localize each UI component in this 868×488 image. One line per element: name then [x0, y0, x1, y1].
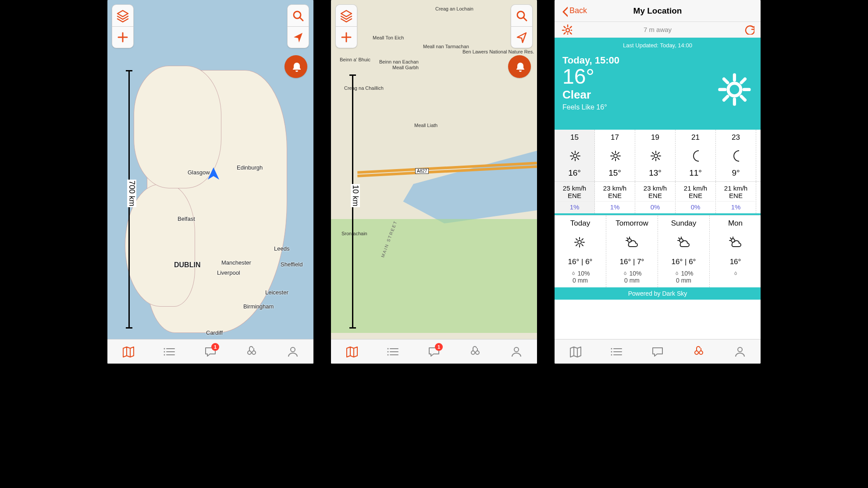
settings-button[interactable] — [561, 23, 572, 36]
refresh-button[interactable] — [743, 23, 754, 36]
label-beinn-eachan: Beinn nan Eachan — [379, 59, 419, 64]
tab-map[interactable] — [342, 342, 361, 361]
hourly-wind[interactable]: 25 km/h ENE 1%23 km/h ENE 1%23 km/h ENE … — [555, 181, 761, 213]
day-hilo: 16° — [711, 258, 759, 266]
layers-button[interactable] — [335, 4, 357, 26]
tab-weather[interactable] — [689, 342, 708, 361]
hour-temp: 11° — [677, 168, 714, 178]
label-meall-garbh: Meall Garbh — [392, 65, 419, 70]
tab-list[interactable] — [607, 342, 626, 361]
tab-messages[interactable]: 1 — [424, 342, 444, 361]
hour-cell[interactable]: 15 16° — [555, 130, 595, 181]
tab-list[interactable] — [160, 342, 179, 361]
tab-profile[interactable] — [730, 342, 750, 361]
tab-profile[interactable] — [507, 342, 526, 361]
city-liverpool: Liverpool — [217, 269, 240, 276]
locate-button[interactable] — [511, 26, 533, 48]
hour-temp: 13° — [637, 168, 673, 178]
add-waypoint-button[interactable] — [112, 26, 134, 48]
tab-weather[interactable] — [466, 342, 485, 361]
label-beinn-bhuic: Beinn a' Bhuic — [340, 57, 370, 62]
tab-profile[interactable] — [283, 342, 302, 361]
map-canvas[interactable]: Edinburgh Glasgow Belfast DUBLIN Leeds M… — [107, 0, 313, 364]
wind-speed: 23 km/h — [596, 184, 634, 192]
locate-button[interactable] — [287, 26, 309, 48]
alerts-button[interactable] — [285, 55, 307, 78]
city-belfast: Belfast — [178, 216, 195, 222]
precip-prob: 0% — [676, 201, 715, 211]
tab-map[interactable] — [566, 342, 585, 361]
hour-cell[interactable]: 21 11° — [676, 130, 716, 181]
map-screen-topo: Beinn a' Bhuic Creag na Chaillich Meall … — [331, 0, 537, 364]
hour-label: 21 — [677, 133, 714, 142]
day-hilo: 16° | 6° — [660, 258, 708, 266]
label-meall-ton-eich: Meall Ton Eich — [373, 35, 404, 40]
wind-dir: ENE — [676, 192, 715, 199]
city-cardiff: Cardiff — [206, 329, 223, 336]
add-waypoint-button[interactable] — [335, 26, 357, 48]
city-manchester: Manchester — [221, 259, 251, 266]
day-cell[interactable]: Today 16° | 6° 10% 0 mm — [555, 216, 606, 287]
day-name: Mon — [711, 219, 759, 228]
wind-cell[interactable]: 23 km/h ENE 1% — [595, 182, 635, 213]
hourly-forecast[interactable]: 15 16°17 15°19 13°21 11°23 9° — [555, 130, 761, 181]
wind-cell[interactable]: 23 km/h ENE 0% — [635, 182, 676, 213]
sub-bar: 7 m away — [555, 22, 761, 38]
tab-weather[interactable] — [242, 342, 261, 361]
powered-by: Powered by Dark Sky — [555, 287, 761, 300]
hour-cell[interactable]: 17 15° — [595, 130, 635, 181]
tab-list[interactable] — [383, 342, 402, 361]
city-edinburgh: Edinburgh — [237, 164, 263, 171]
hour-temp: 16° — [556, 168, 593, 178]
sun-icon — [718, 73, 753, 108]
wind-cell[interactable]: 25 km/h ENE 1% — [555, 182, 595, 213]
scale-label: 700 km — [127, 180, 136, 207]
hour-cell[interactable]: 23 9° — [716, 130, 756, 181]
precip-prob: 1% — [596, 201, 634, 211]
sun-icon — [556, 232, 604, 254]
sun-icon — [556, 145, 593, 166]
hour-label: 23 — [718, 133, 754, 142]
day-name: Sunday — [660, 219, 708, 228]
scale-label: 10 km — [351, 184, 360, 207]
partly-icon — [660, 232, 708, 254]
day-cell[interactable]: Mon 16° — [710, 216, 761, 287]
day-rain-prob: 10% — [660, 270, 708, 277]
label-sron: Sron achain — [342, 231, 367, 236]
day-hilo: 16° | 7° — [608, 258, 656, 266]
hour-cell[interactable]: 19 13° — [635, 130, 676, 181]
sun-icon — [637, 145, 673, 166]
partly-icon — [608, 232, 656, 254]
label-meall-tarmachan: Meall nan Tarmachan — [423, 44, 469, 49]
layers-button[interactable] — [112, 4, 134, 26]
wind-cell[interactable]: 21 km/h ENE 1% — [716, 182, 756, 213]
map-canvas[interactable]: Beinn a' Bhuic Creag na Chaillich Meall … — [331, 0, 537, 364]
alerts-button[interactable] — [508, 55, 531, 78]
wind-speed: 23 km/h — [636, 184, 674, 192]
tab-map[interactable] — [118, 342, 138, 361]
moon-icon — [677, 145, 714, 166]
day-cell[interactable]: Tomorrow 16° | 7° 10% 0 mm — [606, 216, 658, 287]
back-button[interactable]: Back — [555, 5, 587, 17]
label-creag-chaillich: Creag na Chaillich — [344, 85, 384, 91]
city-leeds: Leeds — [274, 245, 289, 252]
precip-prob: 1% — [555, 201, 594, 211]
daily-forecast[interactable]: Today 16° | 6° 10% 0 mmTomorrow 16° | 7°… — [555, 215, 761, 287]
wind-cell[interactable]: 21 km/h ENE 0% — [676, 182, 716, 213]
tab-messages[interactable]: 1 — [201, 342, 220, 361]
hour-label: 17 — [597, 133, 633, 142]
weather-hero: Last Updated: Today, 14:00 Today, 15:00 … — [555, 38, 761, 130]
day-rain-amt: 0 mm — [556, 277, 604, 284]
day-cell[interactable]: Sunday 16° | 6° 10% 0 mm — [658, 216, 710, 287]
sun-icon — [597, 145, 633, 166]
wind-dir: ENE — [636, 192, 674, 199]
day-rain-prob — [711, 270, 759, 277]
tab-bar — [555, 339, 761, 364]
messages-badge: 1 — [211, 343, 219, 351]
search-button[interactable] — [287, 4, 309, 26]
precip-prob: 1% — [717, 201, 755, 211]
tab-messages[interactable] — [648, 342, 667, 361]
last-updated: Last Updated: Today, 14:00 — [562, 42, 753, 49]
search-button[interactable] — [511, 4, 533, 26]
wind-speed: 21 km/h — [676, 184, 715, 192]
